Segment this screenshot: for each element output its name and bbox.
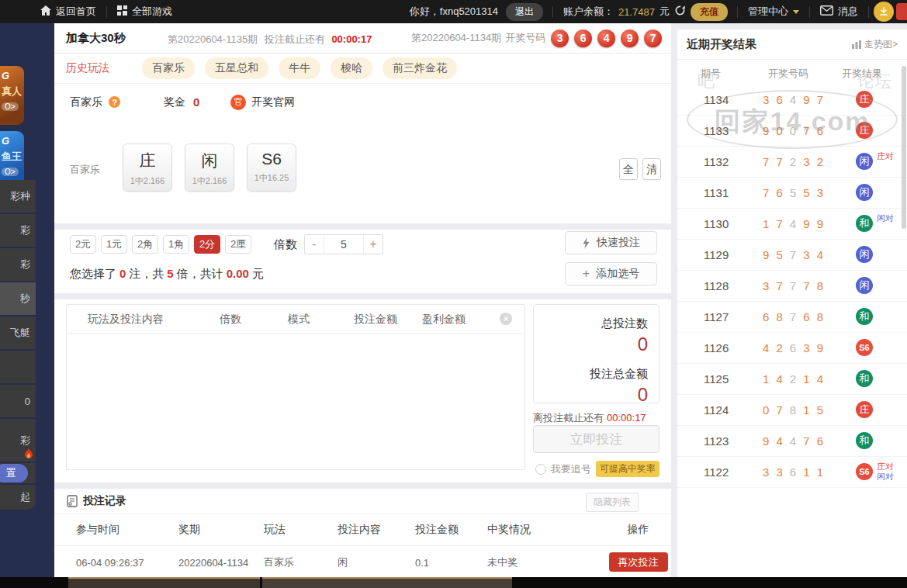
result-digit: 9 <box>763 434 769 448</box>
result-balls: 36497 <box>545 29 662 47</box>
result-digit: 3 <box>763 279 769 292</box>
taskbar-item[interactable] <box>68 577 260 588</box>
sidebar-item[interactable]: 彩 <box>0 419 36 462</box>
slip-deadline-label: 离投注截止还有 <box>533 412 604 424</box>
result-digit: 5 <box>776 248 782 261</box>
chase-radio[interactable] <box>535 464 546 475</box>
result-digit: 9 <box>817 341 823 355</box>
result-extras: 闲对 <box>877 213 894 223</box>
tab-history-plays[interactable]: 历史玩法 <box>66 61 109 75</box>
multiplier-input[interactable]: 5 <box>324 235 364 254</box>
multiplier-minus-button[interactable]: - <box>305 235 324 254</box>
sidebar-item-label: 彩种 <box>10 189 30 203</box>
record-action-cell: 再次投注 <box>605 555 671 569</box>
sidebar-item[interactable]: 秒 <box>0 282 36 315</box>
home-link[interactable]: 返回首页 <box>0 0 106 23</box>
result-digit: 6 <box>790 465 796 479</box>
result-digit: 6 <box>817 434 823 448</box>
tab-牛牛[interactable]: 牛牛 <box>279 57 320 79</box>
taskbar-item[interactable] <box>262 577 512 588</box>
taskbar <box>0 577 907 588</box>
bet-option-庄[interactable]: 庄1中2.166 <box>123 144 172 192</box>
unit-1角[interactable]: 1角 <box>163 235 189 254</box>
result-digit: 7 <box>776 217 782 230</box>
flame-icon <box>24 448 33 459</box>
panel-scrollbar[interactable] <box>902 66 906 229</box>
records-header-cell: 奖期 <box>178 523 264 537</box>
chase-label: 我要追号 <box>551 462 591 476</box>
chevron-down-icon <box>793 10 799 14</box>
banner-text: 鱼王 <box>2 150 22 164</box>
sidebar-item[interactable]: 置 <box>0 463 36 483</box>
bet-option-name: S6 <box>248 150 296 168</box>
select-all-button[interactable]: 全 <box>619 158 638 180</box>
bet-slip-card: ✕ 玩法及投注内容倍数模式投注金额盈利金额 总投注数 0 投注总金额 0 离投注… <box>54 299 671 483</box>
floating-widget-edge[interactable] <box>896 3 907 20</box>
messages-link[interactable]: 消息 <box>810 5 868 19</box>
result-ball: 7 <box>644 29 662 47</box>
result-row: 112394476和 <box>677 426 907 457</box>
sidebar-item[interactable] <box>0 351 36 383</box>
multiplier-plus-button[interactable]: + <box>364 235 383 254</box>
bet-option-odds: 1中2.166 <box>185 175 234 187</box>
records-header-cell: 投注金额 <box>415 523 487 537</box>
result-issue: 1123 <box>704 434 729 448</box>
admin-center-label: 管理中心 <box>748 5 788 19</box>
bet-option-S6[interactable]: S61中16.25 <box>247 144 296 192</box>
slip-header: 模式 <box>288 313 310 327</box>
tab-五星总和[interactable]: 五星总和 <box>205 57 268 79</box>
unit-2元[interactable]: 2元 <box>70 235 96 254</box>
help-icon[interactable]: ? <box>109 96 120 108</box>
sidebar-item-label: 秒 <box>20 292 30 306</box>
results-title: 近期开奖结果 <box>687 37 756 52</box>
download-button[interactable] <box>874 2 894 22</box>
sidebar-item[interactable]: 起 <box>0 485 36 510</box>
bonus-value: 0 <box>193 95 199 109</box>
sidebar-item[interactable]: 飞艇 <box>0 316 36 349</box>
official-site-link[interactable]: 开奖官网 <box>251 95 295 109</box>
trend-chart-link[interactable]: 走势图> <box>852 38 898 51</box>
admin-center-menu[interactable]: 管理中心 <box>738 5 809 19</box>
last-draw-info: 第20220604-1134期 开奖号码 36497 <box>411 26 662 50</box>
sidebar-item[interactable]: 彩 <box>0 248 36 281</box>
bet-option-name: 庄 <box>123 150 171 171</box>
add-numbers-button[interactable]: + 添加选号 <box>565 262 657 285</box>
records-header-cell: 参与时间 <box>54 523 178 537</box>
result-ball: 3 <box>551 29 569 47</box>
records-title: 投注记录 <box>83 494 126 508</box>
tab-百家乐[interactable]: 百家乐 <box>142 57 195 79</box>
close-icon[interactable]: ✕ <box>500 313 512 325</box>
quick-bet-button[interactable]: 快速投注 <box>565 231 657 254</box>
clear-button[interactable]: 清 <box>642 158 661 180</box>
bet-option-闲[interactable]: 闲1中2.166 <box>185 144 234 192</box>
bet-now-button[interactable]: 立即投注 <box>533 425 659 453</box>
refresh-icon[interactable] <box>674 5 686 19</box>
multiplier-stepper: - 5 + <box>304 234 383 254</box>
sidebar-item-label: 彩 <box>20 223 30 237</box>
logout-button[interactable]: 退出 <box>506 3 543 21</box>
result-digit: 4 <box>817 248 823 261</box>
banner-ag-live[interactable]: G 真人 O> <box>0 66 24 125</box>
unit-1元[interactable]: 1元 <box>101 235 127 254</box>
result-digit: 1 <box>803 465 809 479</box>
add-numbers-label: 添加选号 <box>596 267 639 281</box>
tab-梭哈[interactable]: 梭哈 <box>331 57 372 79</box>
sidebar-item[interactable]: 彩种 <box>0 180 36 213</box>
result-digit: 0 <box>776 124 782 137</box>
tab-前三炸金花[interactable]: 前三炸金花 <box>383 57 457 79</box>
result-digit: 6 <box>763 310 769 323</box>
unit-2厘[interactable]: 2厘 <box>225 235 251 254</box>
result-digit: 3 <box>763 93 769 106</box>
all-games-link[interactable]: 全部游戏 <box>107 0 182 23</box>
rebet-button[interactable]: 再次投注 <box>609 552 668 572</box>
records-cols: 参与时间奖期玩法投注内容投注金额中奖情况操作 <box>54 514 671 546</box>
recharge-button[interactable]: 充值 <box>691 3 728 21</box>
result-digits: 76553 <box>763 186 823 199</box>
sidebar-item[interactable]: 彩 <box>0 214 36 247</box>
unit-2角[interactable]: 2角 <box>132 235 158 254</box>
hide-list-button[interactable]: 隐藏列表 <box>586 493 639 512</box>
unit-2分[interactable]: 2分 <box>194 235 220 254</box>
result-badge: 闲 <box>856 246 873 263</box>
sidebar-item[interactable]: 0 <box>0 385 36 417</box>
col-numbers: 开奖号码 <box>768 67 808 81</box>
